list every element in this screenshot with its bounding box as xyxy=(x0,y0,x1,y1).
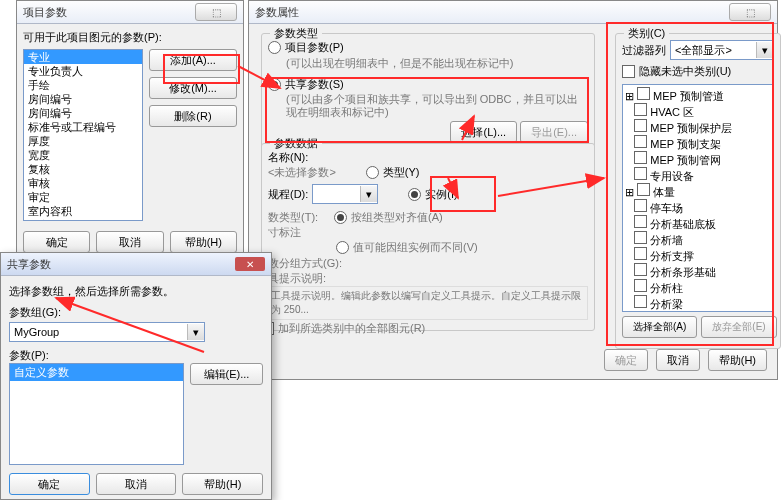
category-item[interactable]: 分析基础底板 xyxy=(625,215,771,231)
category-item[interactable]: 分析支撑 xyxy=(625,247,771,263)
list-item[interactable]: 标准号或工程编号 xyxy=(24,120,142,134)
ok-button[interactable]: 确定 xyxy=(9,473,90,495)
param-list[interactable]: 专业专业负责人手绘房间编号房间编号标准号或工程编号厚度宽度复核审核审定室内容积等… xyxy=(23,49,143,221)
group-title: 类别(C) xyxy=(624,26,669,41)
group-label: 参数组(G): xyxy=(9,305,263,320)
titlebar: 参数属性 ⬚ xyxy=(249,1,777,24)
category-item[interactable]: MEP 预制支架 xyxy=(625,135,771,151)
close-icon[interactable]: ✕ xyxy=(235,257,265,271)
cancel-button[interactable]: 取消 xyxy=(656,349,700,371)
list-item[interactable]: 审核 xyxy=(24,176,142,190)
groupby-label: 数分组方式(G): xyxy=(268,256,588,271)
dialog-title: 参数属性 xyxy=(255,5,299,20)
project-param-hint: (可以出现在明细表中，但是不能出现在标记中) xyxy=(286,56,588,71)
name-label: 名称(N): xyxy=(268,150,588,165)
desc-label: 可用于此项目图元的参数(P): xyxy=(23,30,237,45)
list-item[interactable]: 手绘 xyxy=(24,78,142,92)
category-item[interactable]: 分析墙 xyxy=(625,231,771,247)
desc-label: 选择参数组，然后选择所需参数。 xyxy=(9,284,263,299)
help-button[interactable]: 帮助(H) xyxy=(182,473,263,495)
category-item[interactable]: MEP 预制管网 xyxy=(625,151,771,167)
param-data-group: 参数数据 名称(N): <未选择参数> 类型(Y) 规程(D):▾ 实例(I) … xyxy=(261,143,595,331)
titlebar: 项目参数 ⬚ xyxy=(17,1,243,24)
category-group: 类别(C) 过滤器列 <全部显示>▾ 隐藏未选中类别(U) ⊞ MEP 预制管道… xyxy=(615,33,781,349)
list-item[interactable]: 自定义参数 xyxy=(10,364,183,381)
group-combo[interactable]: MyGroup▾ xyxy=(9,322,205,342)
help-button[interactable]: 帮助(H) xyxy=(708,349,767,371)
ok-button[interactable]: 确定 xyxy=(604,349,648,371)
category-item[interactable]: 分析梁 xyxy=(625,295,771,311)
list-item[interactable]: 专业 xyxy=(24,50,142,64)
category-item[interactable]: 分析柱 xyxy=(625,279,771,295)
align-radio[interactable]: 按组类型对齐值(A) xyxy=(334,210,443,225)
params-label: 参数(P): xyxy=(9,348,263,363)
project-param-radio[interactable]: 项目参数(P) xyxy=(268,40,344,55)
list-item[interactable]: 房间编号 xyxy=(24,92,142,106)
type-radio[interactable]: 类型(Y) xyxy=(366,165,420,180)
category-item[interactable]: HVAC 区 xyxy=(625,103,771,119)
list-item[interactable]: 审定 xyxy=(24,190,142,204)
shared-param-hint: (可以由多个项目和族共享，可以导出到 ODBC，并且可以出现在明细表和标记中) xyxy=(286,93,588,119)
add-button[interactable]: 添加(A)... xyxy=(149,49,237,71)
instance-radio[interactable]: 实例(I) xyxy=(408,187,457,202)
help-button[interactable]: 帮助(H) xyxy=(170,231,237,253)
filter-label: 过滤器列 xyxy=(622,43,666,58)
dialog-title: 项目参数 xyxy=(23,5,67,20)
tooltip-text: 工具提示说明。编辑此参数以编写自定义工具提示。自定义工具提示限为 250... xyxy=(268,286,588,320)
paramtype-label: 数类型(T): xyxy=(268,210,324,225)
titlebar: 共享参数 ✕ xyxy=(1,253,271,276)
spec-combo[interactable]: ▾ xyxy=(312,184,378,204)
tooltip-label: 具提示说明: xyxy=(268,271,588,286)
cancel-button[interactable]: 取消 xyxy=(96,473,177,495)
unit-label: 寸标注 xyxy=(268,225,588,240)
category-item[interactable]: ⊞ MEP 预制管道 xyxy=(625,87,771,103)
shared-params-dialog: 共享参数 ✕ 选择参数组，然后选择所需参数。 参数组(G): MyGroup▾ … xyxy=(0,252,272,500)
category-item[interactable]: MEP 预制保护层 xyxy=(625,119,771,135)
list-item[interactable]: 复核 xyxy=(24,162,142,176)
name-value: <未选择参数> xyxy=(268,165,336,180)
deselect-all-button[interactable]: 放弃全部(E) xyxy=(701,316,776,338)
project-params-dialog: 项目参数 ⬚ 可用于此项目图元的参数(P): 专业专业负责人手绘房间编号房间编号… xyxy=(16,0,244,268)
dialog-title: 共享参数 xyxy=(7,257,51,272)
list-item[interactable]: 室内容积 xyxy=(24,204,142,218)
edit-button[interactable]: 编辑(E)... xyxy=(190,363,263,385)
list-item[interactable]: 宽度 xyxy=(24,148,142,162)
category-item[interactable]: ⊞ 体量 xyxy=(625,183,771,199)
group-title: 参数数据 xyxy=(270,136,322,151)
select-all-button[interactable]: 选择全部(A) xyxy=(622,316,697,338)
select-button[interactable]: 选择(L)... xyxy=(450,121,517,143)
list-item[interactable]: 房间编号 xyxy=(24,106,142,120)
close-icon[interactable]: ⬚ xyxy=(195,3,237,21)
category-item[interactable]: 停车场 xyxy=(625,199,771,215)
category-item[interactable]: 分析条形基础 xyxy=(625,263,771,279)
vary-radio[interactable]: 值可能因组实例而不同(V) xyxy=(336,240,478,255)
param-type-group: 参数类型 项目参数(P) (可以出现在明细表中，但是不能出现在标记中) 共享参数… xyxy=(261,33,595,151)
category-item[interactable]: 专用设备 xyxy=(625,167,771,183)
list-item[interactable]: 厚度 xyxy=(24,134,142,148)
export-button[interactable]: 导出(E)... xyxy=(520,121,588,143)
add-all-check[interactable]: 加到所选类别中的全部图元(R) xyxy=(261,321,425,336)
filter-combo[interactable]: <全部显示>▾ xyxy=(670,40,774,60)
delete-button[interactable]: 删除(R) xyxy=(149,105,237,127)
group-title: 参数类型 xyxy=(270,26,322,41)
list-item[interactable]: 专业负责人 xyxy=(24,64,142,78)
cancel-button[interactable]: 取消 xyxy=(96,231,163,253)
close-icon[interactable]: ⬚ xyxy=(729,3,771,21)
params-list[interactable]: 自定义参数 xyxy=(9,363,184,465)
spec-label: 规程(D): xyxy=(268,187,308,202)
hide-check[interactable]: 隐藏未选中类别(U) xyxy=(622,64,731,79)
shared-param-radio[interactable]: 共享参数(S) xyxy=(268,77,344,92)
category-list[interactable]: ⊞ MEP 预制管道 HVAC 区 MEP 预制保护层 MEP 预制支架 MEP… xyxy=(622,84,774,312)
ok-button[interactable]: 确定 xyxy=(23,231,90,253)
param-props-dialog: 参数属性 ⬚ 参数类型 项目参数(P) (可以出现在明细表中，但是不能出现在标记… xyxy=(248,0,778,380)
category-item[interactable]: 分析楼层 xyxy=(625,311,771,312)
modify-button[interactable]: 修改(M)... xyxy=(149,77,237,99)
list-item[interactable]: 等高程 xyxy=(24,218,142,221)
